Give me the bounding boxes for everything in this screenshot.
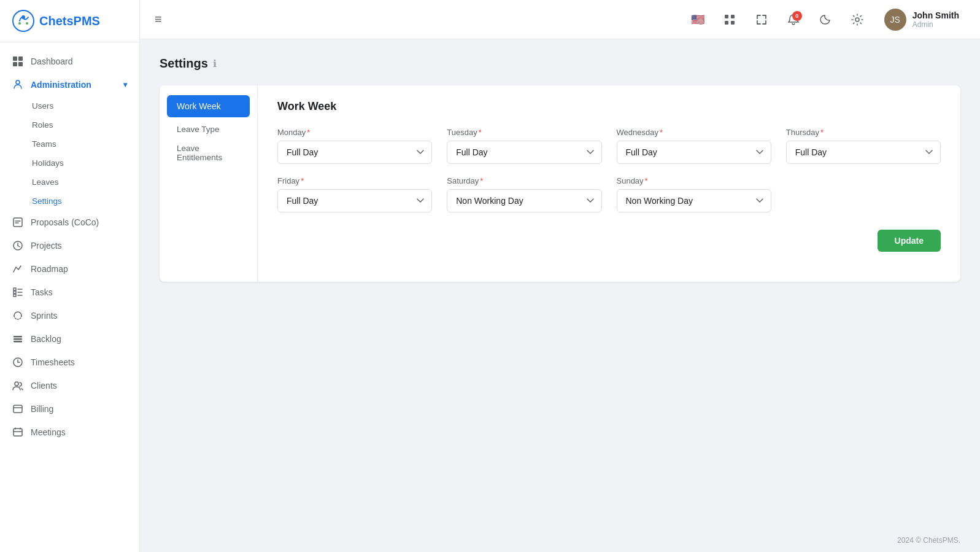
sunday-field: Sunday* Full Day Half Day Non Working Da… (617, 176, 771, 212)
svg-rect-6 (13, 62, 17, 66)
notifications-button[interactable]: 0 (782, 9, 804, 31)
work-week-grid: Monday* Full Day Half Day Non Working Da… (277, 128, 941, 212)
sidebar-item-leaves[interactable]: Leaves (0, 173, 139, 192)
svg-rect-22 (731, 15, 735, 18)
settings-button[interactable] (846, 9, 868, 31)
tasks-icon (12, 287, 23, 298)
page-title: Settings (160, 56, 208, 71)
sidebar-item-meetings-label: Meetings (31, 427, 66, 437)
flag-icon: 🇺🇸 (691, 13, 704, 26)
svg-rect-15 (14, 338, 22, 340)
tab-leave-type[interactable]: Leave Type (167, 120, 250, 139)
sidebar-item-roadmap-label: Roadmap (31, 264, 68, 274)
sidebar-item-holidays-label: Holidays (32, 158, 64, 168)
notification-badge: 0 (792, 11, 802, 21)
friday-label: Friday* (277, 176, 432, 185)
wednesday-label: Wednesday* (617, 128, 771, 137)
sidebar-item-billing-label: Billing (31, 404, 53, 414)
svg-point-1 (21, 15, 25, 19)
flag-button[interactable]: 🇺🇸 (687, 9, 709, 31)
update-button[interactable]: Update (878, 230, 941, 252)
sidebar-navigation: Dashboard Administration ▾ Users Roles T… (0, 42, 139, 552)
svg-point-25 (855, 18, 859, 21)
svg-rect-16 (14, 341, 22, 343)
sidebar-item-meetings[interactable]: Meetings (0, 421, 139, 444)
svg-point-3 (26, 22, 28, 25)
svg-rect-19 (14, 405, 22, 413)
svg-rect-11 (14, 288, 16, 290)
sidebar-item-proposals[interactable]: Proposals (CoCo) (0, 211, 139, 234)
sidebar-logo: ChetsPMS (0, 0, 139, 42)
svg-point-2 (18, 22, 21, 25)
dark-mode-button[interactable] (814, 9, 836, 31)
sidebar-item-roadmap[interactable]: Roadmap (0, 257, 139, 281)
sunday-label: Sunday* (617, 176, 771, 185)
svg-rect-14 (14, 336, 22, 338)
proposals-icon (12, 217, 23, 228)
thursday-label: Thursday* (786, 128, 941, 137)
sidebar-item-projects[interactable]: Projects (0, 234, 139, 257)
dashboard-icon (12, 56, 23, 67)
svg-point-18 (15, 382, 18, 386)
sidebar-item-clients-label: Clients (31, 381, 57, 391)
avatar: JS (884, 9, 906, 31)
wednesday-select[interactable]: Full Day Half Day Non Working Day (617, 141, 771, 164)
sidebar-item-tasks[interactable]: Tasks (0, 281, 139, 304)
svg-rect-24 (731, 21, 735, 25)
svg-rect-21 (725, 15, 728, 18)
sidebar-item-timesheets[interactable]: Timesheets (0, 351, 139, 374)
header-actions: 🇺🇸 0 JS John Smith Admin (687, 5, 965, 34)
user-profile[interactable]: JS John Smith Admin (878, 5, 965, 34)
sidebar-item-administration[interactable]: Administration ▾ (0, 73, 139, 96)
info-icon[interactable]: ℹ (213, 58, 217, 69)
backlog-icon (12, 333, 23, 344)
sidebar-item-projects-label: Projects (31, 241, 62, 251)
thursday-select[interactable]: Full Day Half Day Non Working Day (786, 141, 941, 164)
svg-rect-23 (725, 21, 728, 25)
sunday-select[interactable]: Full Day Half Day Non Working Day (617, 189, 771, 212)
update-btn-row: Update (277, 230, 941, 252)
tab-leave-entitlements[interactable]: Leave Entitlements (167, 139, 250, 167)
sidebar-item-dashboard[interactable]: Dashboard (0, 50, 139, 73)
tuesday-label: Tuesday* (447, 128, 601, 137)
svg-rect-5 (18, 56, 23, 61)
sidebar-item-settings[interactable]: Settings (0, 192, 139, 211)
apps-button[interactable] (719, 9, 741, 31)
tuesday-select[interactable]: Full Day Half Day Non Working Day (447, 141, 601, 164)
sidebar-item-backlog[interactable]: Backlog (0, 327, 139, 351)
svg-point-8 (16, 80, 20, 84)
hamburger-button[interactable]: ≡ (155, 12, 162, 26)
apps-icon (723, 14, 736, 26)
fullscreen-button[interactable] (750, 9, 773, 31)
settings-card: Work Week Leave Type Leave Entitlements … (160, 85, 960, 282)
friday-select[interactable]: Full Day Half Day Non Working Day (277, 189, 432, 212)
svg-point-0 (13, 10, 34, 31)
app-name: ChetsPMS (39, 14, 100, 28)
sidebar-item-billing[interactable]: Billing (0, 397, 139, 421)
sidebar-item-administration-label: Administration (31, 80, 91, 90)
monday-field: Monday* Full Day Half Day Non Working Da… (277, 128, 432, 164)
clients-icon (12, 380, 23, 391)
settings-main-content: Work Week Monday* Full Day Half Day Non … (258, 85, 960, 282)
saturday-select[interactable]: Full Day Half Day Non Working Day (447, 189, 601, 212)
admin-icon (12, 79, 23, 90)
tab-work-week[interactable]: Work Week (167, 95, 250, 117)
logo-icon (12, 10, 34, 32)
settings-section-title: Work Week (277, 100, 941, 113)
sidebar-item-holidays[interactable]: Holidays (0, 154, 139, 173)
page-header: Settings ℹ (160, 56, 960, 71)
sidebar-item-roles-label: Roles (32, 120, 53, 130)
sidebar-item-roles[interactable]: Roles (0, 115, 139, 134)
sprints-icon (12, 310, 23, 321)
sidebar-item-clients[interactable]: Clients (0, 374, 139, 397)
sidebar: ChetsPMS Dashboard Administration ▾ User… (0, 0, 140, 552)
sidebar-item-proposals-label: Proposals (CoCo) (31, 217, 99, 227)
sidebar-item-backlog-label: Backlog (31, 334, 61, 344)
header: ≡ 🇺🇸 0 JS (140, 0, 980, 39)
monday-select[interactable]: Full Day Half Day Non Working Day (277, 141, 432, 164)
sidebar-item-users[interactable]: Users (0, 96, 139, 115)
thursday-field: Thursday* Full Day Half Day Non Working … (786, 128, 941, 164)
sidebar-item-teams[interactable]: Teams (0, 134, 139, 154)
user-role: Admin (912, 20, 959, 29)
sidebar-item-sprints[interactable]: Sprints (0, 304, 139, 327)
